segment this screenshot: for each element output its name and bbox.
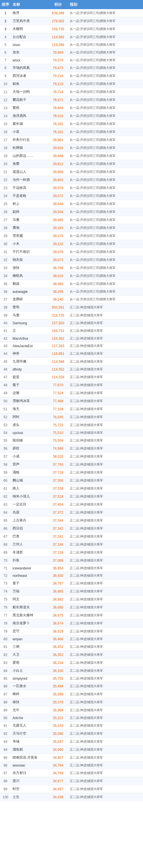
table-row: 3木雕明159,735从一品:开府仪同三司|骠骑大将军: [0, 25, 143, 33]
cell-rank: 20: [0, 160, 11, 168]
cell-name: 土生: [11, 793, 48, 801]
cell-score: 79,110: [48, 80, 68, 88]
cell-rank: 17: [0, 136, 11, 144]
cell-category: 正二品:神进|镶国大将军: [68, 643, 143, 651]
table-row: 22当作一杯酒39,603从一品:开府仪同三司|骠骑大将军: [0, 176, 143, 184]
cell-score: 36,930: [48, 572, 68, 580]
cell-name: 一足近目: [11, 501, 48, 508]
cell-name: 盗篮: [11, 373, 48, 381]
cell-score: 37,518: [48, 493, 68, 501]
cell-name: 小木: [11, 240, 48, 248]
cell-rank: 8: [0, 64, 11, 72]
cell-score: 555,591: [48, 303, 68, 311]
cell-rank: 18: [0, 144, 11, 152]
cell-category: 从一品:开府仪同三司|骠骑大将军: [68, 192, 143, 200]
cell-rank: 47: [0, 373, 11, 381]
cell-name: ArkrXe: [11, 714, 48, 722]
col-category: 报别: [68, 0, 143, 9]
cell-score: 35,484: [48, 682, 68, 690]
table-row: 82大卫36,352正二品:神进|镶国大将军: [0, 651, 143, 659]
cell-name: 陆伯辅: [11, 437, 48, 444]
cell-category: 正二品:神进|镶国大将军: [68, 549, 143, 557]
cell-rank: 36: [0, 288, 11, 296]
cell-rank: 24: [0, 192, 11, 200]
table-row: 87蜂样35,399正二品:神进|镶国大将军: [0, 690, 143, 698]
cell-rank: 14: [0, 112, 11, 120]
cell-rank: 81: [0, 643, 11, 651]
cell-rank: 13: [0, 104, 11, 112]
cell-rank: 65: [0, 517, 11, 525]
cell-score: 77,108: [48, 405, 68, 413]
cell-category: 从一品:开府仪同三司|骠骑大将军: [68, 160, 143, 168]
cell-score: 39,173: [48, 232, 68, 240]
table-row: 97东方射日34,768正二品:神进|镶国大将军: [0, 769, 143, 777]
table-row: 15紫长城78,281从一品:开府仪同三司|骠骑大将军: [0, 120, 143, 128]
table-row: 64岛霖37,372正二品:神进|镶国大将军: [0, 508, 143, 517]
cell-name: 北午: [11, 706, 48, 714]
cell-score: 34,807: [48, 754, 68, 762]
cell-name: dfindy: [11, 366, 48, 373]
cell-name: 正: [11, 327, 48, 335]
cell-name: 雪里藏: [11, 232, 48, 240]
table-row: 39马鹿316,725正二品:神进|镶国大将军: [0, 311, 143, 319]
table-row: 86一匹唐水35,484正二品:神进|镶国大将军: [0, 682, 143, 690]
cell-name: wooxiao: [11, 762, 48, 769]
cell-name: 锦衣架: [11, 256, 48, 264]
cell-category: 正二品:神进|镶国大将军: [68, 389, 143, 397]
cell-category: 正二品:神进|镶国大将军: [68, 525, 143, 533]
cell-category: 正二品:神进|镶国大将军: [68, 303, 143, 311]
cell-category: 正二品:神进|镶国大将军: [68, 311, 143, 319]
cell-score: 118,992: [48, 33, 68, 41]
cell-rank: 21: [0, 168, 11, 176]
cell-name: 山的那边……: [11, 152, 48, 160]
table-row: 80woyan36,466正二品:神进|镶国大将军: [0, 636, 143, 643]
cell-name: 逍遥山人: [11, 168, 48, 176]
cell-score: 36,160: [48, 667, 68, 675]
cell-name: 巴查: [11, 533, 48, 540]
cell-score: 75,504: [48, 437, 68, 444]
table-row: 49达雅77,524正二品:神进|镶国大将军: [0, 389, 143, 397]
cell-score: 154,362: [48, 335, 68, 342]
cell-category: 正二品:神进|镶国大将军: [68, 651, 143, 659]
cell-score: 638,288: [48, 9, 68, 17]
table-row: 11天地一沙鸥78,714从一品:开府仪同三司|骠骑大将军: [0, 88, 143, 96]
table-header-row: 排序 名称 积分 报别: [0, 0, 143, 9]
cell-category: 从一品:开府仪同三司|骠骑大将军: [68, 152, 143, 160]
table-row: 8市场的凤凰79,473从一品:开府仪同三司|骠骑大将军: [0, 64, 143, 72]
cell-category: 正二品:神进|镶国大将军: [68, 714, 143, 722]
cell-rank: 54: [0, 429, 11, 437]
cell-rank: 93: [0, 738, 11, 746]
cell-rank: 15: [0, 120, 11, 128]
cell-rank: 89: [0, 706, 11, 714]
cell-score: 78,616: [48, 112, 68, 120]
cell-name: 上古蒋兵: [11, 517, 48, 525]
cell-rank: 29: [0, 232, 11, 240]
table-row: 32锦衣架39,073从一品:开府仪同三司|骠骑大将军: [0, 256, 143, 264]
table-row: 58雷声37,793正二品:神进|镶国大将军: [0, 461, 143, 469]
cell-score: 118,396: [48, 41, 68, 49]
table-row: 33游快38,796从一品:开府仪同三司|骠骑大将军: [0, 264, 143, 272]
cell-score: 79,969: [48, 49, 68, 57]
col-rank: 排序: [0, 0, 11, 9]
cell-rank: 12: [0, 96, 11, 104]
cell-rank: 75: [0, 595, 11, 603]
cell-name: 辟纺: [11, 444, 48, 453]
table-row: 53虎头75,722正二品:神进|镶国大将军: [0, 421, 143, 429]
cell-score: 39,812: [48, 160, 68, 168]
cell-score: 157,920: [48, 319, 68, 327]
cell-category: 正二品:神进|镶国大将军: [68, 358, 143, 366]
cell-category: 从一品:开府仪同三司|骠骑大将军: [68, 136, 143, 144]
cell-score: 36,682: [48, 595, 68, 603]
cell-category: 从一品:开府仪同三司|骠骑大将军: [68, 120, 143, 128]
table-row: 98渡川34,677正二品:神进|镶国大将军: [0, 777, 143, 785]
table-row: 47盗篮114,328正二品:神进|镶国大将军: [0, 373, 143, 381]
table-row: 51海天77,108正二品:神进|镶国大将军: [0, 405, 143, 413]
cell-rank: 92: [0, 730, 11, 738]
table-row: 94溜鱼糕34,990正二品:神进|镶国大将军: [0, 746, 143, 754]
table-row: 50雪吻鸿冰茶77,468正二品:神进|镶国大将军: [0, 397, 143, 405]
cell-category: 正二品:神进|镶国大将军: [68, 785, 143, 793]
cell-rank: 16: [0, 128, 11, 136]
cell-name: 鹅袋: [11, 280, 48, 288]
cell-name: zlusc: [11, 41, 48, 49]
cell-name: 龙腾碍: [11, 296, 48, 303]
